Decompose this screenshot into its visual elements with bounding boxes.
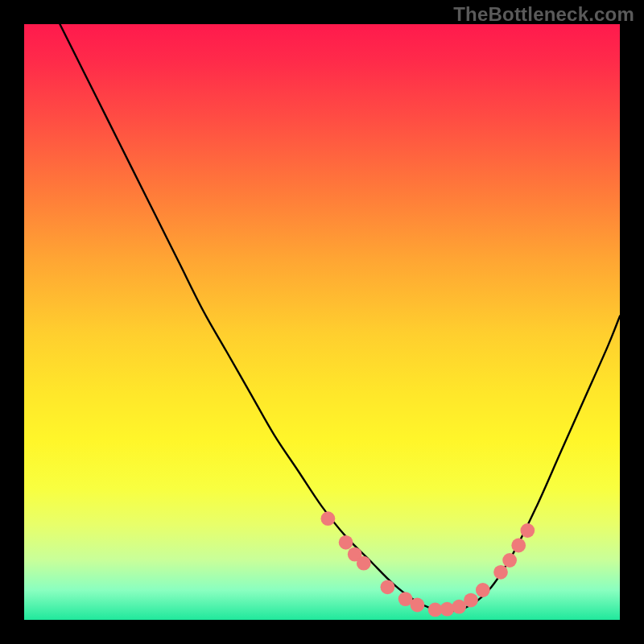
marker-point bbox=[502, 553, 517, 568]
chart-frame: TheBottleneck.com bbox=[0, 0, 644, 644]
marker-point bbox=[464, 593, 478, 608]
marker-point bbox=[411, 598, 425, 613]
marker-point bbox=[321, 511, 336, 526]
highlight-points bbox=[321, 511, 535, 617]
chart-svg bbox=[24, 24, 620, 620]
marker-point bbox=[381, 580, 395, 594]
marker-point bbox=[476, 583, 490, 597]
watermark-label: TheBottleneck.com bbox=[453, 3, 634, 26]
marker-point bbox=[440, 602, 455, 617]
marker-point bbox=[520, 523, 535, 538]
marker-point bbox=[493, 565, 508, 580]
bottleneck-curve bbox=[60, 24, 620, 611]
marker-point bbox=[511, 539, 526, 553]
marker-point bbox=[339, 535, 353, 550]
marker-point bbox=[357, 556, 371, 571]
